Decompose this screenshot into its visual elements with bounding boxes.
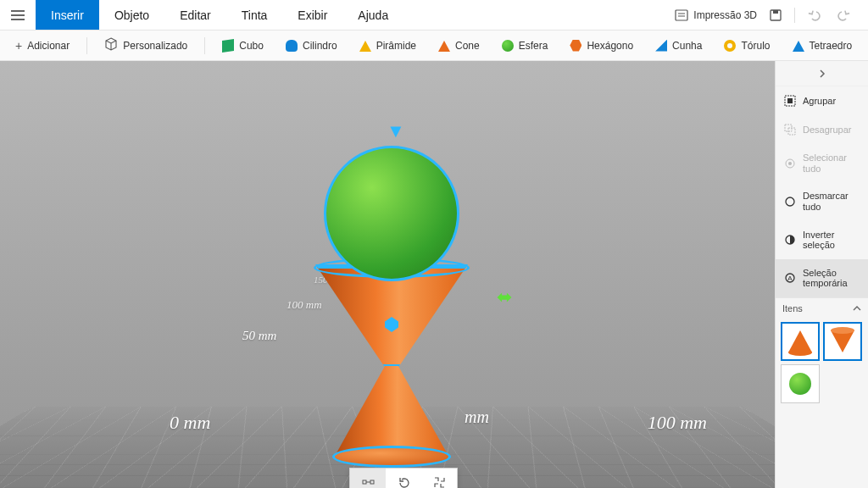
custom-label: Personalizado: [123, 40, 187, 52]
svg-rect-2: [773, 10, 778, 14]
cylinder-icon: [286, 40, 298, 52]
object-sphere: [324, 146, 459, 281]
menu-ajuda[interactable]: Ajuda: [342, 0, 403, 30]
torus-icon: [724, 40, 736, 52]
print-3d-button[interactable]: Impressão 3D: [675, 9, 757, 21]
shape-esfera[interactable]: Esfera: [493, 36, 557, 55]
ungroup-icon: [784, 124, 796, 136]
cone-up-icon: [788, 330, 812, 352]
shape-torulo[interactable]: Tórulo: [715, 36, 778, 55]
action-desagrupar: Desagrupar: [776, 115, 868, 144]
svg-point-11: [786, 197, 794, 206]
gizmo-arrow-horizontal-icon[interactable]: ⬌: [497, 286, 512, 308]
temp-select-icon: A: [784, 272, 796, 284]
axis-label-100b: 100 mm: [648, 412, 707, 434]
action-agrupar[interactable]: Agrupar: [776, 86, 868, 115]
axis-label-50: 50 mm: [242, 329, 276, 343]
hexagon-icon: [570, 40, 581, 52]
plus-icon: +: [15, 39, 22, 53]
shape-piramide[interactable]: Pirâmide: [351, 36, 425, 55]
shape-cone[interactable]: Cone: [430, 36, 488, 55]
item-cone-down[interactable]: [823, 322, 862, 361]
cone-icon: [438, 40, 450, 52]
group-icon: [784, 95, 796, 107]
gizmo-arrow-down-icon[interactable]: ▼: [387, 120, 405, 142]
hamburger-button[interactable]: [0, 0, 36, 30]
select-all-icon: [784, 158, 796, 169]
sphere-thumb-icon: [789, 373, 811, 395]
object-cone-bottom: [334, 364, 449, 458]
action-selecao-temporaria[interactable]: A Seleção temporária: [776, 259, 868, 297]
menu-editar[interactable]: Editar: [164, 0, 226, 30]
cube-outline-icon: [104, 37, 118, 53]
wedge-icon: [655, 40, 667, 52]
svg-rect-6: [787, 98, 793, 103]
deselect-icon: [784, 196, 796, 208]
viewport-3d[interactable]: 0 mm 50 mm 100 mm 150 mm 100 mm mm ▼ ⬌: [0, 61, 775, 488]
selected-object[interactable]: [307, 134, 476, 456]
cone-down-icon: [831, 330, 854, 352]
workspace: 0 mm 50 mm 100 mm 150 mm 100 mm mm ▼ ⬌: [0, 61, 868, 488]
items-header[interactable]: Itens: [776, 297, 868, 319]
item-sphere[interactable]: [781, 364, 820, 403]
shape-hexagono[interactable]: Hexágono: [561, 36, 642, 55]
shape-cunha[interactable]: Cunha: [647, 36, 710, 55]
svg-rect-0: [676, 10, 687, 20]
action-desmarcar-tudo[interactable]: Desmarcar tudo: [776, 182, 868, 220]
shape-cubo[interactable]: Cubo: [214, 36, 272, 55]
svg-rect-3: [363, 480, 366, 484]
svg-rect-4: [370, 480, 374, 484]
insert-toolbar: + Adicionar Personalizado Cubo Cilindro …: [0, 30, 868, 61]
add-button[interactable]: + Adicionar: [7, 36, 78, 56]
save-icon[interactable]: [764, 3, 787, 27]
shape-cilindro[interactable]: Cilindro: [277, 36, 346, 55]
pyramid-icon: [359, 40, 371, 52]
custom-button[interactable]: Personalizado: [96, 34, 196, 57]
mode-rotate-button[interactable]: [386, 469, 421, 488]
sphere-icon: [502, 40, 514, 52]
action-inverter-selecao[interactable]: Inverter seleção: [776, 221, 868, 259]
action-selecionar-tudo: Selecionar tudo: [776, 144, 868, 182]
invert-icon: [784, 234, 796, 246]
svg-point-10: [788, 162, 792, 165]
transform-mini-toolbar: 46,61 mm: [349, 468, 458, 488]
menu-bar: Inserir Objeto Editar Tinta Exibir Ajuda…: [0, 0, 868, 30]
shape-tetraedro[interactable]: Tetraedro: [784, 36, 861, 55]
right-panel: Agrupar Desagrupar Selecionar tudo Desma…: [775, 61, 868, 488]
tetra-icon: [793, 40, 804, 52]
redo-button[interactable]: [832, 3, 856, 27]
cube-icon: [222, 39, 234, 53]
item-cone-up[interactable]: [781, 322, 820, 361]
mode-move-button[interactable]: [350, 469, 386, 488]
object-cone-bottom-base: [332, 446, 451, 468]
menu-tinta[interactable]: Tinta: [226, 0, 283, 30]
mode-scale-button[interactable]: [421, 469, 457, 488]
svg-text:A: A: [787, 274, 793, 282]
undo-button[interactable]: [802, 3, 826, 27]
axis-label-0: 0 mm: [170, 412, 210, 434]
menu-inserir[interactable]: Inserir: [36, 0, 99, 30]
items-grid: [776, 319, 868, 407]
add-label: Adicionar: [27, 40, 70, 52]
chevron-up-icon: [853, 303, 861, 313]
print-3d-label: Impressão 3D: [693, 9, 757, 21]
panel-collapse-button[interactable]: [776, 61, 868, 86]
menu-exibir[interactable]: Exibir: [282, 0, 342, 30]
menu-objeto[interactable]: Objeto: [99, 0, 164, 30]
